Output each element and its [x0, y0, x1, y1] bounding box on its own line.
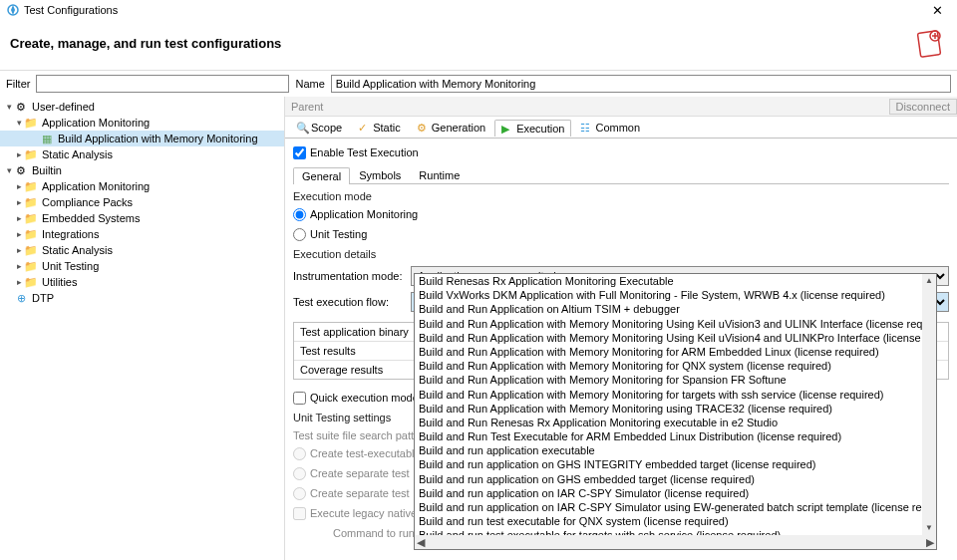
- mode-app-row[interactable]: Application Monitoring: [293, 206, 949, 222]
- tab-strip: 🔍Scope ✓Static ⚙Generation ▶Execution ☷C…: [285, 117, 957, 139]
- name-input[interactable]: [331, 75, 951, 93]
- flow-option[interactable]: Build and Run Application on Altium TSIM…: [415, 302, 936, 316]
- flow-option[interactable]: Build Renesas Rx Application Monitoring …: [415, 274, 936, 288]
- tab-generation[interactable]: ⚙Generation: [410, 119, 492, 136]
- tree-app-monitoring[interactable]: ▾📁Application Monitoring: [0, 115, 284, 131]
- filter-input[interactable]: [36, 75, 289, 93]
- subtab-runtime[interactable]: Runtime: [410, 166, 469, 183]
- quick-exec-checkbox[interactable]: [293, 392, 306, 405]
- flow-option[interactable]: Build and Run Application with Memory Mo…: [415, 359, 936, 373]
- tab-common[interactable]: ☷Common: [573, 119, 647, 136]
- tab-scope[interactable]: 🔍Scope: [289, 119, 349, 136]
- globe-icon: ⊕: [14, 291, 28, 305]
- common-icon: ☷: [580, 122, 592, 134]
- flow-option[interactable]: Build and Run Application with Memory Mo…: [415, 345, 936, 359]
- flow-option[interactable]: Build and Run Application with Memory Mo…: [415, 388, 936, 402]
- enable-execution-row[interactable]: Enable Test Execution: [293, 144, 949, 160]
- parent-row: Parent Disconnect: [285, 97, 957, 117]
- instr-mode-label: Instrumentation mode:: [293, 270, 411, 282]
- config-icon: ▦: [40, 132, 54, 145]
- gear-icon: ⚙: [14, 100, 28, 114]
- tree-pane: ▾⚙User-defined ▾📁Application Monitoring …: [0, 97, 285, 560]
- window-title: Test Configurations: [24, 4, 923, 16]
- execution-details-title: Execution details: [293, 248, 949, 260]
- folder-icon: 📁: [24, 179, 38, 193]
- create-exe-radio: [293, 447, 306, 460]
- page-subtitle: Create, manage, and run test configurati…: [10, 36, 915, 51]
- header: Create, manage, and run test configurati…: [0, 20, 957, 70]
- tree-embedded[interactable]: ▸📁Embedded Systems: [0, 210, 284, 226]
- scope-icon: 🔍: [296, 122, 308, 134]
- flow-option[interactable]: Build and run application executable: [415, 443, 936, 457]
- scrollbar-horizontal[interactable]: ◀▶: [415, 535, 936, 549]
- flow-option[interactable]: Build and run application on IAR C-SPY S…: [415, 500, 936, 514]
- tree-compliance[interactable]: ▸📁Compliance Packs: [0, 194, 284, 210]
- tab-static[interactable]: ✓Static: [351, 119, 408, 136]
- gear-icon: ⚙: [14, 163, 28, 177]
- folder-icon: 📁: [24, 147, 38, 161]
- folder-icon: 📁: [24, 116, 38, 130]
- tree-b-static[interactable]: ▸📁Static Analysis: [0, 242, 284, 258]
- flow-option[interactable]: Build and Run Application with Memory Mo…: [415, 331, 936, 345]
- flow-option[interactable]: Build and run test executable for QNX sy…: [415, 514, 936, 528]
- filter-label: Filter: [6, 78, 30, 90]
- tree-b-app-monitoring[interactable]: ▸📁Application Monitoring: [0, 178, 284, 194]
- svg-rect-1: [917, 31, 940, 58]
- create-sep2-radio: [293, 487, 306, 500]
- disconnect-button[interactable]: Disconnect: [889, 99, 957, 115]
- mode-app-radio[interactable]: [293, 208, 306, 221]
- tree-builtin[interactable]: ▾⚙Builtin: [0, 162, 284, 178]
- titlebar: Test Configurations ✕: [0, 0, 957, 20]
- filter-row: Filter Name: [0, 71, 957, 97]
- folder-icon: 📁: [24, 275, 38, 289]
- flow-option[interactable]: Build VxWorks DKM Application with Full …: [415, 288, 936, 302]
- flow-dropdown[interactable]: Build Renesas Rx Application Monitoring …: [414, 273, 937, 550]
- flow-option[interactable]: Build and Run Application with Memory Mo…: [415, 373, 936, 387]
- quick-exec-label: Quick execution mode: [310, 392, 419, 404]
- enable-execution-label: Enable Test Execution: [310, 146, 419, 158]
- flow-option[interactable]: Build and run test executable for target…: [415, 528, 936, 535]
- tab-execution[interactable]: ▶Execution: [494, 120, 571, 137]
- folder-icon: 📁: [24, 211, 38, 225]
- create-sep1-radio: [293, 467, 306, 480]
- generation-icon: ⚙: [417, 122, 429, 134]
- tree-integrations[interactable]: ▸📁Integrations: [0, 226, 284, 242]
- static-icon: ✓: [358, 122, 370, 134]
- folder-icon: 📁: [24, 227, 38, 241]
- app-icon: [6, 3, 20, 17]
- flow-option[interactable]: Build and run application on GHS embedde…: [415, 472, 936, 486]
- folder-icon: 📁: [24, 243, 38, 257]
- flow-option[interactable]: Build and Run Test Executable for ARM Em…: [415, 429, 936, 443]
- tree-user-defined[interactable]: ▾⚙User-defined: [0, 99, 284, 115]
- flow-option[interactable]: Build and Run Application with Memory Mo…: [415, 317, 936, 331]
- parent-label: Parent: [285, 101, 889, 113]
- folder-icon: 📁: [24, 195, 38, 209]
- execution-icon: ▶: [501, 123, 513, 135]
- flow-option[interactable]: Build and run application on GHS INTEGRI…: [415, 457, 936, 471]
- tree-dtp[interactable]: ⊕DTP: [0, 290, 284, 306]
- flow-label: Test execution flow:: [293, 296, 411, 308]
- mode-unit-row[interactable]: Unit Testing: [293, 226, 949, 242]
- mode-unit-radio[interactable]: [293, 228, 306, 241]
- execution-mode-title: Execution mode: [293, 190, 949, 202]
- subtabs: General Symbols Runtime: [293, 166, 949, 184]
- tree-utilities[interactable]: ▸📁Utilities: [0, 274, 284, 290]
- tree-static-analysis[interactable]: ▸📁Static Analysis: [0, 146, 284, 162]
- flow-option[interactable]: Build and Run Application with Memory Mo…: [415, 402, 936, 416]
- tree-unit-testing[interactable]: ▸📁Unit Testing: [0, 258, 284, 274]
- subtab-symbols[interactable]: Symbols: [350, 166, 410, 183]
- legacy-checkbox: [293, 507, 306, 520]
- close-button[interactable]: ✕: [923, 3, 951, 18]
- cmd-label: Command to run:: [333, 527, 418, 539]
- flow-option[interactable]: Build and run application on IAR C-SPY S…: [415, 486, 936, 500]
- doc-icon: [915, 26, 947, 60]
- subtab-general[interactable]: General: [293, 167, 350, 184]
- flow-option[interactable]: Build and Run Renesas Rx Application Mon…: [415, 416, 936, 429]
- scrollbar-vertical[interactable]: [922, 274, 936, 535]
- folder-icon: 📁: [24, 259, 38, 273]
- tree-build-mem-monitoring[interactable]: ▦Build Application with Memory Monitorin…: [0, 131, 284, 146]
- enable-execution-checkbox[interactable]: [293, 146, 306, 159]
- name-label: Name: [295, 78, 324, 90]
